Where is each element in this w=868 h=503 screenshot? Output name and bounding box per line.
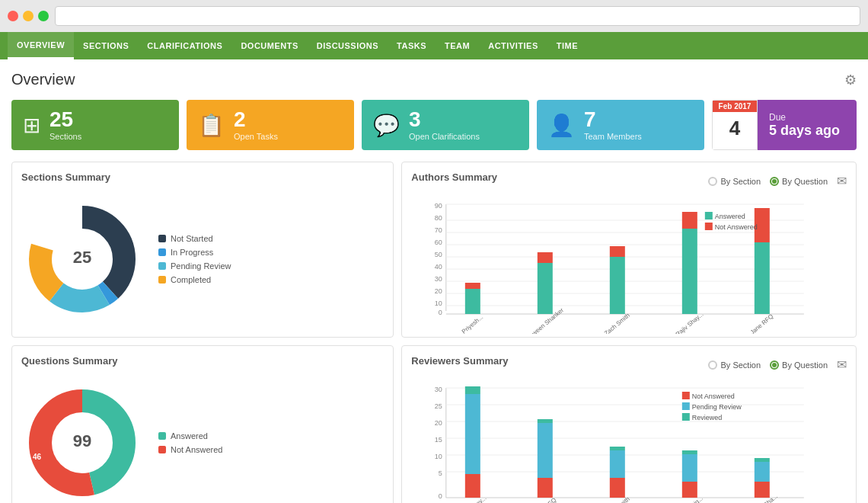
svg-rect-35 — [682, 229, 697, 314]
authors-summary-panel: Authors Summary By Section By Question ✉ — [401, 162, 857, 338]
close-button[interactable] — [8, 11, 18, 21]
authors-mail-button[interactable]: ✉ — [837, 174, 847, 188]
due-label: Due — [769, 112, 845, 123]
svg-text:60: 60 — [435, 239, 442, 246]
svg-rect-71 — [610, 478, 625, 498]
clarifications-number: 3 — [409, 109, 480, 130]
svg-text:15: 15 — [435, 436, 442, 444]
minimize-button[interactable] — [23, 11, 34, 21]
svg-rect-30 — [538, 252, 553, 263]
svg-rect-64 — [465, 394, 480, 474]
titlebar — [0, 0, 868, 32]
tasks-card: 📋 2 Open Tasks — [187, 100, 354, 150]
legend-not-answered: Not Answered — [158, 445, 222, 454]
sections-donut-chart: 25 — [21, 198, 143, 320]
nav-clarifications[interactable]: CLARIFICATIONS — [138, 32, 231, 59]
svg-rect-81 — [755, 458, 770, 462]
nav-sections[interactable]: SECTIONS — [74, 32, 138, 59]
rev-by-question-radio[interactable] — [770, 360, 779, 370]
charts-bottom-row: Questions Summary 99 Answered — [11, 345, 857, 503]
sections-card: ⊞ 25 Sections — [11, 100, 179, 150]
charts-top-row: Sections Summary 25 Not Started — [11, 162, 857, 338]
svg-rect-41 — [705, 212, 713, 219]
svg-rect-26 — [465, 289, 480, 314]
svg-rect-75 — [682, 482, 697, 498]
svg-rect-83 — [682, 392, 690, 399]
svg-rect-77 — [682, 450, 697, 454]
team-icon: 👤 — [548, 113, 575, 138]
sections-summary-title: Sections Summary — [21, 171, 384, 183]
svg-rect-36 — [682, 212, 697, 229]
nav-time[interactable]: TIME — [547, 32, 587, 59]
authors-summary-title: Authors Summary — [411, 171, 497, 183]
svg-rect-69 — [538, 419, 553, 423]
reviewers-summary-panel: Reviewers Summary By Section By Question… — [401, 345, 857, 503]
authors-chart-svg: 90 80 70 60 50 40 30 20 10 0 — [411, 197, 847, 334]
svg-text:25: 25 — [435, 402, 442, 410]
svg-text:90: 90 — [435, 202, 442, 210]
traffic-lights — [8, 11, 49, 21]
svg-rect-43 — [705, 223, 713, 230]
authors-bar-chart: 90 80 70 60 50 40 30 20 10 0 — [411, 197, 847, 319]
by-question-radio[interactable] — [770, 177, 779, 186]
legend-in-progress: In Progress — [158, 248, 231, 257]
legend-not-started: Not Started — [158, 234, 231, 243]
questions-summary-panel: Questions Summary 99 Answered — [11, 345, 394, 503]
reviewers-summary-title: Reviewers Summary — [411, 355, 508, 367]
svg-text:50: 50 — [435, 251, 442, 258]
nav-activities[interactable]: ACTIVITIES — [479, 32, 547, 59]
main-content: Overview ⚙ ⊞ 25 Sections 📋 2 Open Tasks … — [0, 59, 868, 503]
clarifications-card: 💬 3 Open Clarifications — [362, 100, 529, 150]
nav-discussions[interactable]: DISCUSSIONS — [308, 32, 388, 59]
reviewers-mail-button[interactable]: ✉ — [837, 357, 847, 372]
team-label: Team Members — [584, 132, 642, 141]
reviewers-chart-svg: 30 25 20 15 10 5 0 — [411, 380, 847, 503]
url-bar[interactable] — [55, 6, 860, 26]
by-section-radio[interactable] — [708, 177, 717, 186]
svg-rect-73 — [610, 447, 625, 450]
svg-text:Not Answered: Not Answered — [692, 392, 735, 400]
svg-text:Not Answered: Not Answered — [715, 223, 758, 231]
rev-by-section-radio[interactable] — [708, 360, 717, 370]
svg-rect-38 — [755, 242, 770, 314]
authors-by-section[interactable]: By Section — [708, 177, 761, 186]
svg-rect-33 — [610, 246, 625, 257]
due-card: Feb 2017 4 Due 5 days ago — [712, 100, 857, 150]
settings-button[interactable]: ⚙ — [844, 72, 857, 88]
sections-summary-panel: Sections Summary 25 Not Started — [11, 162, 394, 338]
svg-text:Answered: Answered — [715, 213, 745, 220]
svg-rect-80 — [755, 462, 770, 482]
nav-team[interactable]: TEAM — [436, 32, 479, 59]
questions-donut-container: 99 Answered Not Answered — [21, 374, 384, 503]
svg-text:Priyesh...: Priyesh... — [461, 313, 484, 334]
svg-text:30: 30 — [435, 275, 442, 283]
svg-text:Zach Smith: Zach Smith — [603, 312, 631, 334]
svg-rect-32 — [610, 257, 625, 314]
questions-legend: Answered Not Answered — [158, 431, 222, 454]
svg-text:20: 20 — [435, 419, 442, 427]
nav-documents[interactable]: DOCUMENTS — [231, 32, 307, 59]
sections-icon: ⊞ — [23, 113, 40, 138]
svg-rect-76 — [682, 454, 697, 482]
due-value: 5 days ago — [769, 123, 845, 139]
svg-rect-65 — [465, 386, 480, 394]
due-calendar: Feb 2017 4 — [712, 100, 758, 150]
svg-rect-27 — [465, 283, 480, 289]
svg-text:Reviewed: Reviewed — [692, 414, 723, 421]
svg-text:10: 10 — [435, 453, 442, 460]
tasks-label: Open Tasks — [234, 132, 278, 141]
svg-text:25: 25 — [73, 248, 91, 267]
svg-rect-63 — [465, 474, 480, 498]
page-title: Overview — [11, 71, 75, 88]
authors-by-question[interactable]: By Question — [770, 177, 828, 186]
nav-overview[interactable]: OVERVIEW — [8, 32, 74, 59]
nav-tasks[interactable]: TASKS — [388, 32, 436, 59]
reviewers-by-question[interactable]: By Question — [770, 360, 828, 370]
reviewers-by-section[interactable]: By Section — [708, 360, 761, 370]
maximize-button[interactable] — [38, 11, 49, 21]
svg-rect-67 — [538, 478, 553, 498]
svg-rect-72 — [610, 450, 625, 478]
questions-donut-chart: 99 — [21, 382, 143, 503]
svg-rect-68 — [538, 423, 553, 478]
svg-rect-29 — [538, 263, 553, 314]
